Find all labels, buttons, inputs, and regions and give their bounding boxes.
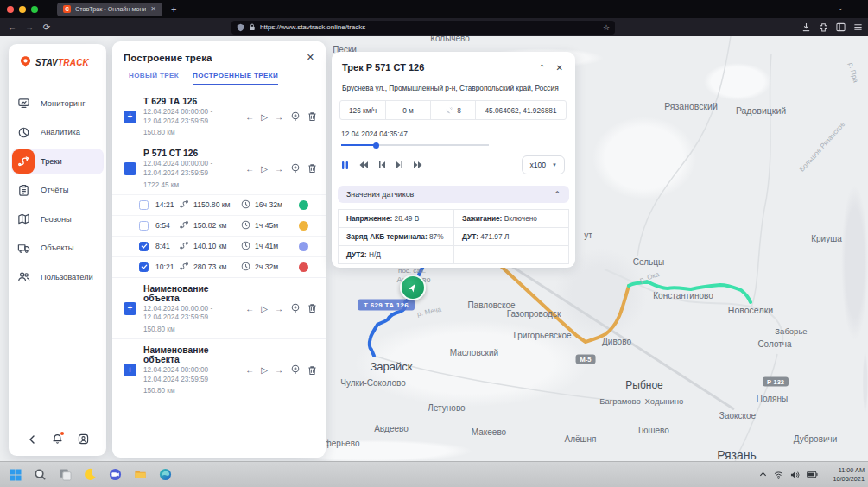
sidebar-toggle-icon[interactable] — [836, 22, 846, 32]
track-stats: 126 км/ч 0 м 8 45.064062, 41.926881 — [339, 100, 567, 120]
window-minimize-button[interactable] — [19, 6, 26, 13]
new-tab-button[interactable]: + — [171, 4, 176, 15]
forward-button[interactable]: → — [21, 22, 38, 32]
fast-forward-button[interactable] — [413, 161, 423, 169]
map-label: Летуново — [428, 403, 465, 413]
next-point-button[interactable]: → — [275, 112, 283, 122]
wifi-icon[interactable] — [774, 471, 783, 479]
extensions-icon[interactable] — [819, 22, 828, 32]
segment-checkbox[interactable] — [139, 242, 149, 251]
playback-controls — [341, 161, 423, 170]
stavtrack-logo: STAVTRACK — [18, 55, 106, 70]
next-point-button[interactable]: → — [275, 164, 283, 174]
track-info: Наименование объекта12.04.2024 00:00:00 … — [143, 345, 245, 395]
back-button[interactable]: ← — [3, 22, 21, 32]
browser-tab[interactable]: С СтавТрак - Онлайн мониторин ✕ — [57, 3, 162, 16]
collapse-sidebar-button[interactable] — [27, 433, 37, 448]
window-controls — [7, 6, 38, 13]
search-icon[interactable] — [31, 465, 49, 484]
play-track-button[interactable]: ▷ — [261, 112, 268, 122]
close-panel-icon[interactable]: ✕ — [307, 52, 314, 63]
step-back-button[interactable] — [378, 161, 386, 169]
segment-checkbox[interactable] — [139, 200, 149, 210]
delete-track-button[interactable] — [307, 303, 317, 313]
volume-icon[interactable] — [790, 471, 800, 479]
pause-button[interactable] — [341, 161, 349, 170]
delete-track-button[interactable] — [307, 111, 317, 122]
play-track-button[interactable]: ▷ — [261, 164, 268, 174]
sidebar-item-0[interactable]: Мониторинг — [9, 89, 106, 118]
prev-point-button[interactable]: ← — [245, 365, 254, 375]
step-forward-button[interactable] — [396, 161, 403, 169]
vehicle-label-pill[interactable]: Т 629 ТА 126 — [358, 300, 415, 311]
tab-new-track[interactable]: НОВЫЙ ТРЕК — [129, 72, 179, 85]
next-point-button[interactable]: → — [275, 304, 283, 313]
segment-checkbox[interactable] — [139, 262, 149, 272]
focus-track-button[interactable] — [290, 111, 301, 123]
account-icon[interactable] — [78, 433, 89, 448]
expand-track-button[interactable]: − — [124, 162, 136, 175]
task-view-icon[interactable] — [56, 465, 74, 484]
tray-chevron-icon[interactable] — [759, 471, 767, 478]
prev-point-button[interactable]: ← — [245, 304, 254, 313]
map-label: Ходынино — [645, 396, 684, 406]
reload-button[interactable]: ⟳ — [38, 22, 55, 32]
taskbar-clock[interactable]: 11:00 AM 10/05/2021 — [827, 466, 865, 484]
notifications-bell-icon[interactable] — [52, 433, 63, 448]
next-point-button[interactable]: → — [275, 365, 283, 375]
track-distance: 150.80 км — [143, 129, 245, 136]
vehicle-marker[interactable] — [400, 275, 426, 300]
firefox-moon-icon[interactable] — [81, 465, 99, 484]
focus-track-button[interactable] — [290, 163, 301, 174]
sidebar-item-6[interactable]: Пользователи — [9, 262, 106, 292]
playback-slider[interactable] — [341, 144, 489, 146]
play-track-button[interactable]: ▷ — [261, 304, 268, 313]
prev-point-button[interactable]: ← — [245, 112, 254, 122]
playback-speed-select[interactable]: x100▼ — [522, 155, 565, 174]
sensors-header[interactable]: Значения датчиков ⌃ — [338, 186, 569, 203]
focus-track-button[interactable] — [290, 364, 301, 376]
panel-title: Построение трека — [124, 53, 307, 63]
expand-track-button[interactable]: + — [124, 302, 136, 315]
tab-built-tracks[interactable]: ПОСТРОЕННЫЕ ТРЕКИ — [193, 72, 278, 85]
sidebar-item-2[interactable]: Треки — [9, 147, 106, 176]
map-label: Авдеево — [374, 424, 409, 433]
tab-close-icon[interactable]: ✕ — [150, 5, 156, 13]
expand-track-button[interactable]: + — [124, 111, 136, 123]
sidebar-item-5[interactable]: Объекты — [9, 234, 106, 263]
battery-icon[interactable] — [807, 471, 818, 478]
prev-point-button[interactable]: ← — [245, 164, 254, 174]
sidebar-item-1[interactable]: Аналитика — [9, 118, 106, 148]
collapse-chevron-icon[interactable]: ⌃ — [538, 63, 545, 73]
downloads-icon[interactable] — [801, 22, 811, 32]
window-zoom-button[interactable] — [31, 6, 38, 13]
map-viewport[interactable]: ПескиКолычевоРязановскийРадовицкийр. Пра… — [0, 36, 868, 462]
map-label: Газопроводск — [507, 309, 561, 319]
segment-checkbox[interactable] — [139, 221, 149, 231]
edge-browser-icon[interactable] — [156, 465, 174, 484]
video-chat-icon[interactable] — [106, 465, 124, 484]
date: 10/05/2021 — [827, 475, 865, 484]
slider-handle[interactable] — [373, 142, 379, 149]
sidebar-item-4[interactable]: Геозоны — [9, 205, 106, 234]
focus-track-button[interactable] — [290, 303, 301, 314]
window-close-button[interactable] — [7, 6, 14, 13]
clock-icon — [241, 218, 250, 233]
windows-start-icon[interactable] — [6, 465, 24, 484]
delete-track-button[interactable] — [307, 163, 317, 174]
expand-track-button[interactable]: + — [124, 364, 136, 376]
delete-track-button[interactable] — [307, 365, 317, 376]
close-detail-icon[interactable]: ✕ — [556, 63, 563, 73]
map-label: Дивово — [602, 337, 631, 346]
bookmark-star-icon[interactable]: ☆ — [603, 23, 610, 32]
caret-down-icon: ▼ — [552, 162, 557, 168]
menu-hamburger-icon[interactable] — [853, 22, 863, 32]
play-track-button[interactable]: ▷ — [261, 365, 268, 375]
sensors-collapse-icon: ⌃ — [554, 190, 561, 199]
file-explorer-icon[interactable] — [131, 465, 149, 484]
rewind-button[interactable] — [358, 161, 369, 169]
url-bar[interactable]: https://www.stavtrack.online/tracks ☆ — [231, 21, 615, 35]
list-tabs-chevron-icon[interactable]: ⌄ — [837, 3, 844, 12]
sidebar-item-3[interactable]: Отчёты — [9, 176, 106, 206]
sidebar-item-label: Геозоны — [41, 215, 72, 224]
